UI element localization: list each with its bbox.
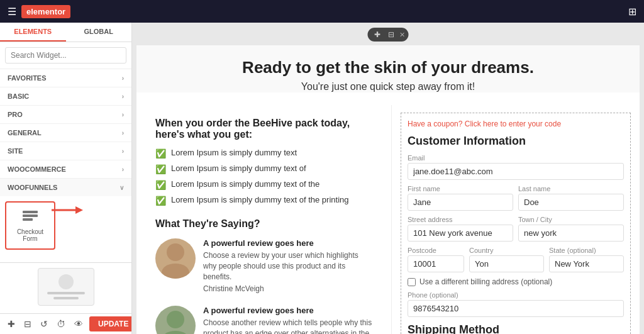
email-group: Email xyxy=(408,154,624,180)
preview-circle xyxy=(58,274,74,289)
canvas-content: Ready to get the skin of your dreams. Yo… xyxy=(132,45,644,334)
phone-group: Phone (optional) xyxy=(408,291,624,317)
state-label: State (optional) xyxy=(549,247,624,254)
site-label: SITE xyxy=(8,147,23,155)
sidebar-item-favorites[interactable]: FAVORITES › xyxy=(0,69,131,87)
woofunnels-expanded: Checkout Form xyxy=(0,196,131,260)
city-field[interactable] xyxy=(518,225,624,242)
svg-point-5 xyxy=(167,243,184,261)
toolbar-layout-button[interactable]: ⊟ xyxy=(21,318,34,330)
check-icon: ✅ xyxy=(155,180,166,190)
state-field[interactable] xyxy=(549,255,624,272)
email-label: Email xyxy=(408,154,624,162)
lastname-group: Last name xyxy=(518,185,624,211)
toolbar-preview-button[interactable]: 👁 xyxy=(72,318,86,330)
canvas-close-icon[interactable]: ✕ xyxy=(399,31,405,39)
billing-checkbox-row: Use a different billing address (optiona… xyxy=(408,277,624,286)
review-item-2: A powerful review goes here Choose anoth… xyxy=(155,306,372,334)
search-input[interactable] xyxy=(5,47,126,64)
check-icon: ✅ xyxy=(155,196,166,206)
svg-point-6 xyxy=(162,264,189,279)
two-col-layout: When you order the BeeHive pack today, h… xyxy=(136,105,640,334)
sidebar-item-woocommerce[interactable]: WOOCOMMERCE › xyxy=(0,160,131,179)
sidebar-content: FAVORITES › BASIC › PRO › GENERAL › SITE… xyxy=(0,69,131,262)
sidebar-item-pro[interactable]: PRO › xyxy=(0,106,131,124)
firstname-label: First name xyxy=(408,185,513,192)
list-item: ✅ Lorem Ipsum is simply dummy text of th… xyxy=(155,195,372,206)
hero-title: Ready to get the skin of your dreams. xyxy=(155,58,621,77)
chevron-right-icon: › xyxy=(122,166,124,173)
sidebar-item-general[interactable]: GENERAL › xyxy=(0,124,131,142)
country-field[interactable] xyxy=(469,255,544,272)
tab-elements[interactable]: ELEMENTS xyxy=(0,23,66,42)
canvas-area: ✚ ⊟ ✕ Ready to get the skin of your drea… xyxy=(132,23,644,334)
sidebar-item-site[interactable]: SITE › xyxy=(0,142,131,160)
chevron-right-icon: › xyxy=(122,130,124,136)
preview-line-2 xyxy=(53,297,79,299)
street-label: Street address xyxy=(408,216,513,223)
toolbar-undo-button[interactable]: ↺ xyxy=(38,318,50,330)
street-field[interactable] xyxy=(408,225,513,242)
hero-section: Ready to get the skin of your dreams. Yo… xyxy=(136,45,640,92)
sidebar-item-basic[interactable]: BASIC › xyxy=(0,87,131,106)
promo-heading: When you order the BeeHive pack today, h… xyxy=(155,118,372,140)
favorites-label: FAVORITES xyxy=(8,74,47,82)
shipping-method-title: Shipping Method xyxy=(408,323,624,334)
review-avatar-2 xyxy=(155,306,196,334)
list-item: ✅ Lorem Ipsum is simply dummy text of xyxy=(155,164,372,174)
pro-label: PRO xyxy=(8,111,23,118)
coupon-link[interactable]: Have a coupon? Click here to enter your … xyxy=(408,120,624,128)
left-column: When you order the BeeHive pack today, h… xyxy=(136,105,391,334)
chevron-right-icon: › xyxy=(122,148,124,155)
grid-icon[interactable]: ⊞ xyxy=(628,6,636,18)
checklist: ✅ Lorem Ipsum is simply dummy text ✅ Lor… xyxy=(155,148,372,206)
right-column: Have a coupon? Click here to enter your … xyxy=(391,105,640,334)
sidebar-item-woofunnels[interactable]: WOOFUNNELS ∨ xyxy=(0,179,131,196)
checkout-form-icon xyxy=(21,209,39,226)
review-author-1: Christine McVeigh xyxy=(203,284,372,293)
sidebar-bottom xyxy=(0,262,131,313)
checkout-form-widget[interactable]: Checkout Form xyxy=(5,201,55,250)
postcode-field[interactable] xyxy=(408,255,464,272)
top-bar: ☰ elementor ⊞ xyxy=(0,0,644,23)
chevron-right-icon: › xyxy=(122,93,124,100)
billing-checkbox[interactable] xyxy=(408,278,416,286)
svg-point-7 xyxy=(167,311,184,328)
country-label: Country xyxy=(469,247,544,254)
firstname-field[interactable] xyxy=(408,194,513,211)
hero-subtitle: You're just one quick step away from it! xyxy=(155,81,621,92)
checkout-form-label: Checkout Form xyxy=(11,228,49,242)
checkout-form: Have a coupon? Click here to enter your … xyxy=(392,105,640,334)
customer-info-title: Customer Information xyxy=(408,135,624,148)
woofunnels-label: WOOFUNNELS xyxy=(8,184,57,191)
name-row: First name Last name xyxy=(408,185,624,216)
tab-global[interactable]: GLOBAL xyxy=(66,23,132,42)
update-button[interactable]: UPDATE xyxy=(89,316,132,331)
hamburger-icon[interactable]: ☰ xyxy=(8,6,16,18)
lastname-field[interactable] xyxy=(518,194,624,211)
checklist-item-1: Lorem Ipsum is simply dummy text xyxy=(171,148,297,157)
address-row: Street address Town / City xyxy=(408,216,624,247)
chevron-right-icon: › xyxy=(122,75,124,82)
toolbar-history-button[interactable]: ⏱ xyxy=(54,318,68,330)
postcode-group: Postcode xyxy=(408,247,464,272)
review-text-2: Choose another review which tells people… xyxy=(203,318,372,334)
checkout-border: Have a coupon? Click here to enter your … xyxy=(401,113,631,334)
canvas-add-button[interactable]: ✚ xyxy=(372,29,383,40)
list-item: ✅ Lorem Ipsum is simply dummy text of th… xyxy=(155,179,372,190)
main-layout: ELEMENTS GLOBAL FAVORITES › BASIC › PRO … xyxy=(0,23,644,334)
checklist-item-2: Lorem Ipsum is simply dummy text of xyxy=(171,164,306,173)
toolbar-add-button[interactable]: ✚ xyxy=(5,318,18,330)
checklist-item-3: Lorem Ipsum is simply dummy text of the xyxy=(171,179,319,189)
review-content-2: A powerful review goes here Choose anoth… xyxy=(203,306,372,334)
bottom-toolbar: ✚ ⊟ ↺ ⏱ 👁 UPDATE xyxy=(0,313,131,334)
check-icon: ✅ xyxy=(155,164,166,174)
street-group: Street address xyxy=(408,216,513,242)
phone-field[interactable] xyxy=(408,300,624,317)
lastname-label: Last name xyxy=(518,185,624,192)
svg-rect-2 xyxy=(23,218,33,221)
canvas-layout-button[interactable]: ⊟ xyxy=(386,29,397,40)
review-title-2: A powerful review goes here xyxy=(203,306,372,315)
review-item-1: A powerful review goes here Choose a rev… xyxy=(155,238,372,293)
email-field[interactable] xyxy=(408,163,624,180)
